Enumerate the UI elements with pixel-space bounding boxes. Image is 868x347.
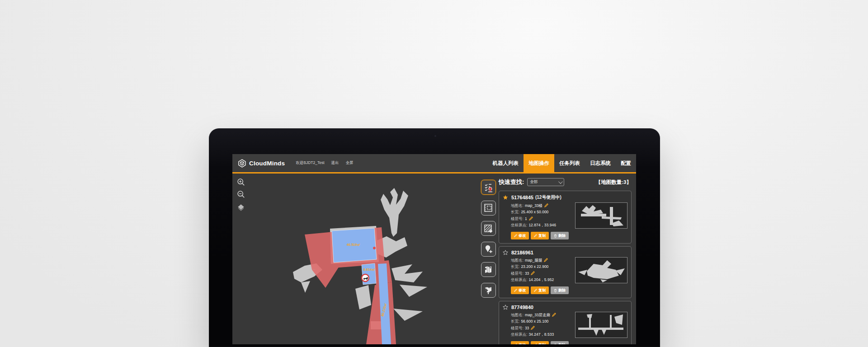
edit-pencil-icon[interactable] xyxy=(529,216,533,220)
occupancy-map[interactable]: 40.519㎡ 8.614㎡ 80.215㎡ xyxy=(232,174,478,344)
map-zoom-controls xyxy=(237,178,245,211)
tab-config[interactable]: 配置 xyxy=(616,154,636,172)
map-card-1: 51764845 (12号使用中) 地图名: map_33楼 长宽: xyxy=(499,191,632,244)
map-thumbnail[interactable] xyxy=(575,202,627,229)
brand: CloudMinds xyxy=(238,159,285,168)
field-dimensions: 长宽: 25.400 x 50.000 xyxy=(511,210,575,214)
edit-pencil-icon[interactable] xyxy=(552,313,556,317)
hatched-zone-add-icon xyxy=(483,224,493,234)
modify-button[interactable]: 修改 xyxy=(511,286,529,294)
edit-pencil-icon xyxy=(514,234,517,237)
edit-pencil-icon[interactable] xyxy=(544,258,548,262)
nav-tabs: 机器人列表 地图操作 任务列表 日志系统 配置 xyxy=(488,154,637,172)
map-filter-dropdown[interactable]: 全部 xyxy=(527,178,564,186)
edit-pencil-icon xyxy=(534,289,537,292)
map-canvas-area[interactable]: 40.519㎡ 8.614㎡ 80.215㎡ xyxy=(232,174,478,344)
edit-pencil-icon xyxy=(534,343,537,344)
robot-position-marker xyxy=(373,247,376,249)
tool-checklist-pin[interactable] xyxy=(481,180,496,195)
webcam-dot xyxy=(434,135,436,137)
edit-pencil-icon xyxy=(514,343,517,344)
field-dimensions: 长宽: 56.600 x 25.100 xyxy=(511,319,575,324)
tool-map-upload[interactable] xyxy=(481,283,496,298)
trash-icon xyxy=(554,234,557,238)
field-map-name: 地图名: map_33层走廊 xyxy=(511,313,575,317)
no-entry-sign-icon xyxy=(362,274,369,281)
map-thumbnail[interactable] xyxy=(575,257,627,283)
layers-icon[interactable] xyxy=(237,203,245,211)
zoom-in-icon[interactable] xyxy=(237,178,245,186)
frame-select-icon xyxy=(483,203,493,213)
map-remove-icon xyxy=(483,265,493,275)
quick-find-label: 快速查找: xyxy=(499,178,524,186)
top-navbar: CloudMinds 欢迎BJDT2_Test 退出 全屏 机器人列表 地图操作… xyxy=(232,154,636,172)
map-card-3: 87749840 地图名: map_33层走廊 长宽: 56.600 x 25 xyxy=(499,301,632,344)
tool-add-hatch-zone[interactable] xyxy=(481,221,496,236)
star-outline-icon[interactable] xyxy=(503,305,508,310)
map-card-2: 82186961 地图名: map_腿腿 长宽: 23.200 x 22.90 xyxy=(499,246,632,298)
map-id: 87749840 xyxy=(511,305,533,310)
field-floor: 楼层号: 33 xyxy=(511,326,575,330)
delete-button[interactable]: 删除 xyxy=(551,286,569,294)
edit-pencil-icon[interactable] xyxy=(531,326,535,330)
tool-frame-select[interactable] xyxy=(481,201,496,216)
field-map-name: 地图名: map_33楼 xyxy=(511,203,575,208)
map-count-text: 【地图数量:3】 xyxy=(596,179,632,186)
tool-map-remove[interactable] xyxy=(481,262,496,277)
tab-log-system[interactable]: 日志系统 xyxy=(585,154,616,172)
zoom-out-icon[interactable] xyxy=(237,190,245,198)
fullscreen-link[interactable]: 全屏 xyxy=(346,160,354,166)
laptop-frame: CloudMinds 欢迎BJDT2_Test 退出 全屏 机器人列表 地图操作… xyxy=(209,128,660,347)
map-tools-column xyxy=(478,174,499,344)
checklist-pin-icon xyxy=(483,183,493,192)
map-upload-icon xyxy=(483,285,493,295)
tab-robot-list[interactable]: 机器人列表 xyxy=(488,154,524,172)
field-map-name: 地图名: map_腿腿 xyxy=(511,258,575,263)
app-window: CloudMinds 欢迎BJDT2_Test 退出 全屏 机器人列表 地图操作… xyxy=(232,154,636,344)
field-dimensions: 长宽: 23.200 x 22.900 xyxy=(511,264,575,269)
copy-button[interactable]: 复制 xyxy=(531,341,549,344)
welcome-text: 欢迎BJDT2_Test xyxy=(296,160,324,166)
panel-toolbar: 快速查找: 全部 【地图数量:3】 xyxy=(499,178,632,186)
logout-link[interactable]: 退出 xyxy=(331,160,339,166)
tab-task-list[interactable]: 任务列表 xyxy=(554,154,585,172)
field-origin: 坐标原点: 12.874，33.946 xyxy=(511,223,575,227)
map-id: 82186961 xyxy=(511,250,533,255)
modify-button[interactable]: 修改 xyxy=(511,232,529,239)
map-list-panel: 快速查找: 全部 【地图数量:3】 51764845 (12号使用中) xyxy=(499,174,636,344)
star-filled-icon[interactable] xyxy=(503,195,508,200)
delete-button[interactable]: 删除 xyxy=(551,341,569,344)
field-floor: 楼层号: 1 xyxy=(511,216,575,221)
map-filter-value: 全部 xyxy=(530,179,558,185)
field-origin: 坐标原点: 14.204，5.952 xyxy=(511,277,575,282)
copy-button[interactable]: 复制 xyxy=(531,232,549,239)
star-outline-icon[interactable] xyxy=(503,250,508,255)
edit-pencil-icon xyxy=(514,289,517,292)
tool-add-pin[interactable] xyxy=(481,242,496,257)
trash-icon xyxy=(554,289,557,292)
cloudminds-logo-icon xyxy=(238,159,246,168)
chevron-down-icon xyxy=(558,179,563,184)
pin-add-icon xyxy=(483,244,493,254)
delete-button[interactable]: 删除 xyxy=(551,232,569,239)
area-label-2: 8.614㎡ xyxy=(363,267,375,272)
brand-name: CloudMinds xyxy=(249,160,285,167)
edit-pencil-icon xyxy=(534,234,537,237)
map-in-use-badge: (12号使用中) xyxy=(535,194,561,201)
trash-icon xyxy=(554,343,557,345)
map-id: 51764845 xyxy=(511,195,533,200)
tab-map-operation[interactable]: 地图操作 xyxy=(524,154,554,172)
copy-button[interactable]: 复制 xyxy=(531,286,549,294)
edit-pencil-icon[interactable] xyxy=(531,271,535,275)
modify-button[interactable]: 修改 xyxy=(511,341,529,344)
edit-pencil-icon[interactable] xyxy=(544,203,548,207)
field-floor: 楼层号: 33 xyxy=(511,271,575,276)
map-thumbnail[interactable] xyxy=(575,312,627,338)
field-origin: 坐标原点: 34.247，8.533 xyxy=(511,332,575,337)
area-label-1: 40.519㎡ xyxy=(347,243,360,247)
